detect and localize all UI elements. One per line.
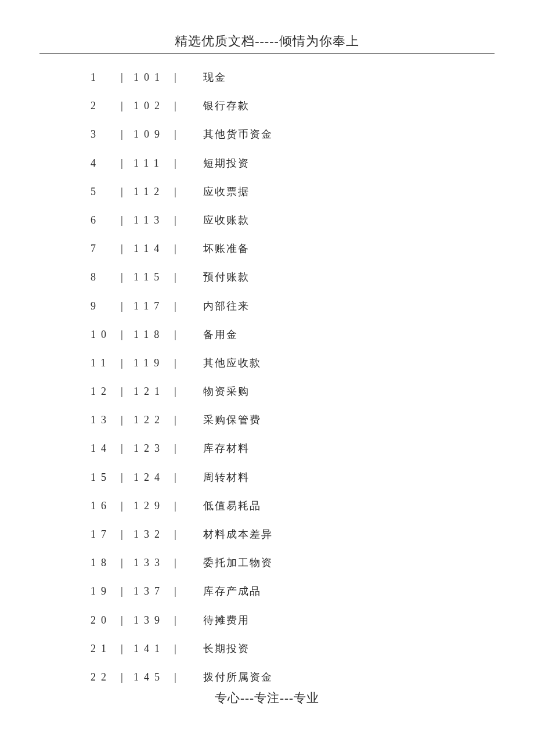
separator: | <box>121 413 134 426</box>
row-seq: 5 <box>91 186 121 198</box>
row-seq: 20 <box>91 614 121 627</box>
table-row: 6 | 113 | 应收账款 <box>91 213 534 242</box>
row-code: 132 <box>134 528 174 541</box>
separator: | <box>174 71 187 84</box>
row-name: 银行存款 <box>203 99 250 113</box>
table-row: 17 | 132 | 材料成本差异 <box>91 527 534 556</box>
row-seq: 2 <box>91 100 121 112</box>
row-code: 115 <box>134 271 174 283</box>
separator: | <box>121 556 134 569</box>
separator: | <box>174 157 187 170</box>
row-code: 145 <box>134 671 174 683</box>
row-seq: 19 <box>91 585 121 597</box>
row-seq: 7 <box>91 243 121 255</box>
row-code: 113 <box>134 214 174 226</box>
row-name: 委托加工物资 <box>203 556 273 570</box>
row-code: 123 <box>134 442 174 455</box>
row-name: 短期投资 <box>203 156 250 170</box>
separator: | <box>121 471 134 484</box>
row-code: 102 <box>134 100 174 112</box>
row-seq: 8 <box>91 271 121 283</box>
row-code: 119 <box>134 357 174 369</box>
row-name: 坏账准备 <box>203 242 250 255</box>
row-code: 124 <box>134 471 174 484</box>
separator: | <box>174 99 187 112</box>
row-seq: 6 <box>91 214 121 226</box>
separator: | <box>121 328 134 341</box>
separator: | <box>174 614 187 627</box>
separator: | <box>121 128 134 141</box>
row-name: 物资采购 <box>203 384 250 398</box>
table-row: 19 | 137 | 库存产成品 <box>91 584 534 613</box>
row-seq: 15 <box>91 471 121 484</box>
separator: | <box>121 271 134 283</box>
separator: | <box>174 357 187 369</box>
table-row: 1 | 101 | 现金 <box>91 70 534 99</box>
separator: | <box>121 357 134 369</box>
row-code: 118 <box>134 329 174 341</box>
row-code: 129 <box>134 500 174 512</box>
separator: | <box>174 413 187 426</box>
table-row: 7 | 114 | 坏账准备 <box>91 242 534 270</box>
separator: | <box>174 556 187 569</box>
separator: | <box>174 671 187 683</box>
row-seq: 3 <box>91 128 121 141</box>
separator: | <box>174 271 187 283</box>
row-name: 内部往来 <box>203 299 250 313</box>
row-name: 拨付所属资金 <box>203 670 273 684</box>
separator: | <box>121 585 134 597</box>
row-seq: 16 <box>91 500 121 512</box>
row-code: 121 <box>134 386 174 398</box>
row-code: 109 <box>134 128 174 141</box>
row-seq: 10 <box>91 329 121 341</box>
row-seq: 12 <box>91 386 121 398</box>
separator: | <box>121 300 134 312</box>
table-row: 4 | 111 | 短期投资 <box>91 156 534 185</box>
separator: | <box>121 499 134 512</box>
row-code: 141 <box>134 643 174 655</box>
table-row: 11 | 119 | 其他应收款 <box>91 356 534 384</box>
separator: | <box>121 614 134 627</box>
row-seq: 18 <box>91 557 121 569</box>
row-name: 库存产成品 <box>203 584 261 598</box>
table-row: 16 | 129 | 低值易耗品 <box>91 499 534 527</box>
separator: | <box>121 185 134 198</box>
separator: | <box>121 99 134 112</box>
table-row: 5 | 112 | 应收票据 <box>91 185 534 213</box>
separator: | <box>121 528 134 541</box>
row-seq: 22 <box>91 671 121 683</box>
row-name: 现金 <box>203 70 226 84</box>
table-row: 13 | 122 | 采购保管费 <box>91 413 534 441</box>
row-seq: 11 <box>91 357 121 369</box>
separator: | <box>121 442 134 455</box>
row-code: 117 <box>134 300 174 312</box>
separator: | <box>174 471 187 484</box>
separator: | <box>121 642 134 655</box>
table-row: 12 | 121 | 物资采购 <box>91 384 534 413</box>
page-header: 精选优质文档-----倾情为你奉上 <box>0 0 534 53</box>
row-seq: 4 <box>91 157 121 170</box>
separator: | <box>174 242 187 255</box>
row-seq: 21 <box>91 643 121 655</box>
row-name: 低值易耗品 <box>203 499 261 513</box>
table-row: 15 | 124 | 周转材料 <box>91 470 534 499</box>
row-name: 库存材料 <box>203 441 250 455</box>
row-seq: 1 <box>91 71 121 84</box>
row-code: 112 <box>134 186 174 198</box>
row-seq: 9 <box>91 300 121 312</box>
row-seq: 13 <box>91 414 121 426</box>
row-name: 待摊费用 <box>203 613 250 627</box>
separator: | <box>174 300 187 312</box>
separator: | <box>121 71 134 84</box>
row-name: 材料成本差异 <box>203 527 273 541</box>
row-seq: 14 <box>91 442 121 455</box>
table-row: 3 | 109 | 其他货币资金 <box>91 127 534 156</box>
row-seq: 17 <box>91 528 121 541</box>
table-row: 18 | 133 | 委托加工物资 <box>91 556 534 584</box>
row-code: 133 <box>134 557 174 569</box>
row-name: 其他应收款 <box>203 356 261 370</box>
separator: | <box>174 585 187 597</box>
row-name: 预付账款 <box>203 270 250 284</box>
table-row: 21 | 141 | 长期投资 <box>91 642 534 670</box>
row-code: 122 <box>134 414 174 426</box>
